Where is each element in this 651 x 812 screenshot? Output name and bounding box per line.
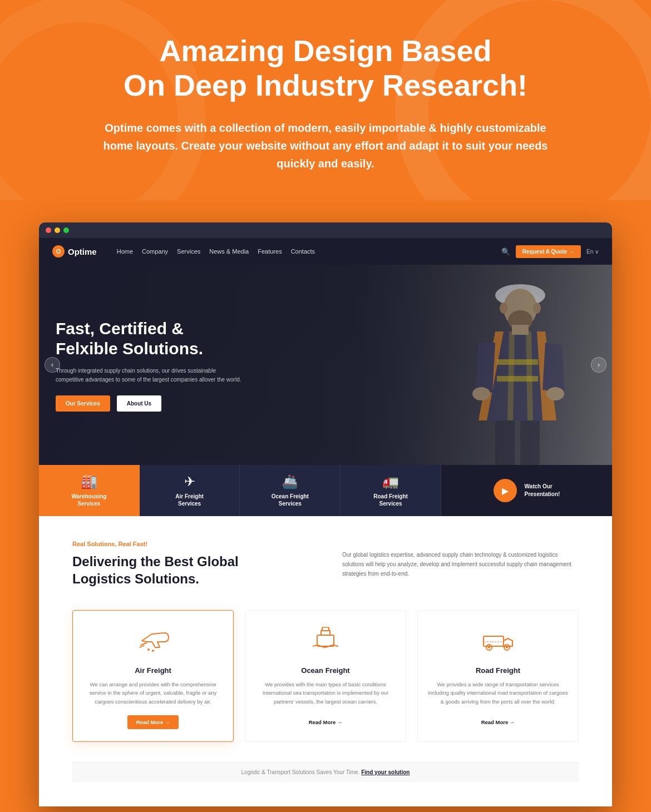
svg-point-5 xyxy=(546,387,564,400)
language-selector[interactable]: En ∨ xyxy=(586,249,599,255)
browser-dot-yellow xyxy=(55,227,60,233)
svg-point-19 xyxy=(488,646,490,648)
logo-text: Optime xyxy=(68,247,97,256)
bottom-bar: Logistic & Transport Solutions Saves You… xyxy=(72,762,579,782)
about-description: Our global logistics expertise, advanced… xyxy=(342,550,579,578)
about-title: Delivering the Best Global Logistics Sol… xyxy=(72,553,309,587)
ocean-freight-card: Ocean Freight We provides with the main … xyxy=(245,610,406,742)
road-freight-icon: 🚛 xyxy=(382,474,399,489)
road-freight-card-icon xyxy=(481,623,515,658)
about-tagline: Real Solutions, Real Fast! xyxy=(72,541,309,547)
nav-link-company[interactable]: Company xyxy=(142,248,168,255)
warehousing-icon: 🏭 xyxy=(81,474,97,489)
road-freight-card-title: Road Freight xyxy=(428,666,568,675)
svg-point-11 xyxy=(147,648,150,651)
ocean-freight-card-icon xyxy=(309,623,342,658)
svg-rect-6 xyxy=(495,420,515,465)
service-card-warehousing[interactable]: 🏭 WarehousingServices xyxy=(39,465,140,516)
about-row: Real Solutions, Real Fast! Delivering th… xyxy=(72,541,579,587)
ocean-freight-card-title: Ocean Freight xyxy=(255,666,396,675)
hero-next-arrow[interactable]: › xyxy=(591,357,606,373)
air-freight-card: Air Freight We can arrange and provides … xyxy=(72,610,234,742)
warehousing-label: WarehousingServices xyxy=(71,493,106,507)
top-section: Amazing Design Based On Deep Industry Re… xyxy=(0,0,651,200)
service-card-ocean[interactable]: 🚢 Ocean FreightServices xyxy=(240,465,341,516)
air-freight-read-more-button[interactable]: Read More → xyxy=(127,715,179,729)
bottom-bar-text: Logistic & Transport Solutions Saves You… xyxy=(241,769,360,775)
ocean-freight-card-icon-wrap xyxy=(308,623,343,658)
about-right: Our global logistics expertise, advanced… xyxy=(342,541,579,587)
hero-buttons: Our Services About Us xyxy=(56,395,245,412)
service-bar: 🏭 WarehousingServices ✈ Air FreightServi… xyxy=(39,465,612,516)
ocean-freight-label: Ocean FreightServices xyxy=(272,493,309,507)
svg-rect-7 xyxy=(520,420,540,465)
ocean-freight-read-more-button[interactable]: Read More → xyxy=(309,715,343,729)
hero-section: Fast, Certified & Felxible Solutions. Th… xyxy=(39,265,612,465)
nav-logo[interactable]: O Optime xyxy=(52,245,97,258)
road-freight-card-desc: We provides a wide range of transportati… xyxy=(428,680,568,706)
nav-link-home[interactable]: Home xyxy=(117,248,133,255)
nav-links: Home Company Services News & Media Featu… xyxy=(117,248,490,255)
about-left: Real Solutions, Real Fast! Delivering th… xyxy=(72,541,309,587)
request-quote-button[interactable]: Request A Quote → xyxy=(516,245,581,258)
play-button[interactable]: ▶ xyxy=(494,479,517,502)
air-freight-label: Air FreightServices xyxy=(175,493,204,507)
svg-point-4 xyxy=(472,387,490,400)
browser-dot-green xyxy=(63,227,69,233)
ocean-freight-card-desc: We provides with the main types of basic… xyxy=(255,680,396,706)
hero-image xyxy=(423,265,590,465)
navbar: O Optime Home Company Services News & Me… xyxy=(39,238,612,265)
sub-text: Optime comes with a collection of modern… xyxy=(97,119,554,172)
air-freight-card-title: Air Freight xyxy=(83,666,223,675)
svg-rect-13 xyxy=(317,635,334,646)
svg-point-10 xyxy=(533,303,541,314)
our-services-button[interactable]: Our Services xyxy=(56,395,110,412)
svg-rect-8 xyxy=(512,325,529,335)
hero-description: Through integrated supply chain solution… xyxy=(56,367,245,384)
svg-point-9 xyxy=(500,303,507,314)
nav-link-news[interactable]: News & Media xyxy=(209,248,249,255)
air-freight-icon: ✈ xyxy=(184,474,195,489)
browser-bar xyxy=(39,222,612,238)
road-freight-label: Road FreightServices xyxy=(373,493,408,507)
white-content-section: Real Solutions, Real Fast! Delivering th… xyxy=(39,516,612,806)
svg-point-12 xyxy=(152,650,154,652)
browser-mockup: O Optime Home Company Services News & Me… xyxy=(39,222,612,806)
hero-title: Fast, Certified & Felxible Solutions. xyxy=(56,319,245,359)
nav-actions: 🔍 Request A Quote → En ∨ xyxy=(501,245,599,258)
watch-text: Watch OurPresentation! xyxy=(525,483,560,498)
svg-point-21 xyxy=(506,646,508,648)
svg-rect-17 xyxy=(484,636,504,646)
road-freight-card-icon-wrap xyxy=(480,623,516,658)
air-freight-card-icon xyxy=(136,623,170,658)
hero-content: Fast, Certified & Felxible Solutions. Th… xyxy=(39,319,262,412)
service-card-air[interactable]: ✈ Air FreightServices xyxy=(140,465,240,516)
nav-link-features[interactable]: Features xyxy=(258,248,282,255)
search-icon[interactable]: 🔍 xyxy=(501,247,510,256)
find-solution-link[interactable]: Find your solution xyxy=(361,769,410,775)
road-freight-card: Road Freight We provides a wide range of… xyxy=(417,610,579,742)
nav-link-services[interactable]: Services xyxy=(177,248,200,255)
logo-icon: O xyxy=(52,245,65,258)
service-card-road[interactable]: 🚛 Road FreightServices xyxy=(341,465,441,516)
nav-link-contacts[interactable]: Contacts xyxy=(291,248,315,255)
watch-video-section: ▶ Watch OurPresentation! xyxy=(441,465,612,516)
road-freight-read-more-button[interactable]: Read More → xyxy=(481,715,515,729)
air-freight-card-icon-wrap xyxy=(135,623,171,658)
browser-dot-red xyxy=(46,227,51,233)
services-grid: Air Freight We can arrange and provides … xyxy=(72,610,579,742)
hero-prev-arrow[interactable]: ‹ xyxy=(45,357,60,373)
ocean-freight-icon: 🚢 xyxy=(282,474,298,489)
about-us-button[interactable]: About Us xyxy=(117,395,161,412)
air-freight-card-desc: We can arrange and provides with the com… xyxy=(83,680,223,706)
main-headline: Amazing Design Based On Deep Industry Re… xyxy=(78,33,573,102)
